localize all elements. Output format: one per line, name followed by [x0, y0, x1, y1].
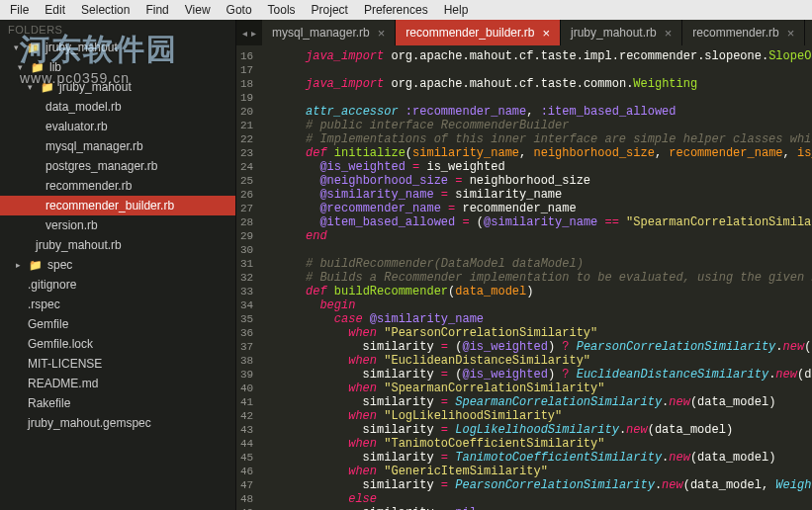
code-line: @is_weighted = is_weighted — [277, 160, 812, 174]
folder-label: jruby_mahout — [45, 40, 118, 55]
file-label: jruby_mahout.rb — [36, 237, 122, 253]
tab[interactable]: mysql_manager.rb× — [262, 20, 396, 45]
code-line: end — [277, 229, 812, 243]
code-line — [277, 243, 812, 257]
tab[interactable]: recommender.rb× — [682, 20, 805, 45]
folder-root[interactable]: ▾ 📁 jruby_mahout — [0, 38, 235, 57]
code-line: similarity = PearsonCorrelationSimilarit… — [277, 478, 812, 492]
code-line: @similarity_name = similarity_name — [277, 188, 812, 202]
tab[interactable]: recommender_builder.rb× — [396, 20, 561, 45]
code-line: else — [277, 492, 812, 506]
sidebar-heading: FOLDERS — [0, 22, 235, 38]
menu-view[interactable]: View — [179, 1, 217, 19]
file-item[interactable]: postgres_manager.rb — [0, 156, 235, 176]
code-content[interactable]: java_import org.apache.mahout.cf.taste.i… — [261, 45, 812, 510]
code-line: when "EuclideanDistanceSimilarity" — [277, 354, 812, 368]
close-icon[interactable]: × — [378, 26, 386, 41]
menubar: FileEditSelectionFindViewGotoToolsProjec… — [0, 0, 812, 20]
file-item[interactable]: Gemfile — [0, 314, 235, 334]
code-line: # Builds a Recommender implementation to… — [277, 271, 812, 285]
close-icon[interactable]: × — [787, 26, 795, 41]
code-line: case @similarity_name — [277, 312, 812, 326]
file-item[interactable]: jruby_mahout.gemspec — [0, 413, 235, 433]
code-line: when "PearsonCorrelationSimilarity" — [277, 326, 812, 340]
file-item[interactable]: .gitignore — [0, 275, 235, 295]
folder-icon: 📁 — [29, 257, 43, 273]
folder-icon: 📁 — [31, 59, 45, 75]
code-line: begin — [277, 298, 812, 312]
file-item[interactable]: README.md — [0, 374, 235, 393]
code-line: when "GenericItemSimilarity" — [277, 465, 812, 478]
tab[interactable]: jruby_mahout.rb× — [561, 20, 682, 45]
file-item[interactable]: MIT-LICENSE — [0, 354, 235, 374]
file-item[interactable]: evaluator.rb — [0, 117, 235, 136]
code-line: similarity = (@is_weighted) ? EuclideanD… — [277, 368, 812, 382]
menu-project[interactable]: Project — [306, 1, 354, 19]
code-line: attr_accessor :recommender_name, :item_b… — [277, 105, 812, 119]
tab-label: recommender_builder.rb — [406, 26, 534, 40]
editor-pane: ◂ ▸ mysql_manager.rb×recommender_builder… — [236, 20, 812, 510]
file-item[interactable]: jruby_mahout.rb — [0, 235, 235, 255]
code-line: when "LogLikelihoodSimilarity" — [277, 409, 812, 423]
code-line: similarity = SpearmanCorrelationSimilari… — [277, 395, 812, 409]
menu-file[interactable]: File — [4, 1, 35, 19]
code-line: @recommender_name = recommender_name — [277, 202, 812, 215]
code-editor[interactable]: 1617181920212223242526272829303132333435… — [236, 45, 812, 510]
folder-label: spec — [47, 257, 72, 273]
code-line: @item_based_allowed = (@similarity_name … — [277, 215, 812, 229]
close-icon[interactable]: × — [542, 26, 550, 41]
code-line: @neighborhood_size = neighborhood_size — [277, 174, 812, 188]
nav-right-icon[interactable]: ▸ — [251, 28, 256, 39]
file-item[interactable]: Rakefile — [0, 393, 235, 413]
code-line: similarity = (@is_weighted) ? PearsonCor… — [277, 340, 812, 354]
file-item[interactable]: recommender.rb — [0, 176, 235, 196]
file-item[interactable]: recommender_builder.rb — [0, 196, 235, 215]
menu-help[interactable]: Help — [438, 1, 475, 19]
folder-lib[interactable]: ▾ 📁 lib — [0, 57, 235, 77]
close-icon[interactable]: × — [665, 26, 673, 41]
folder-pkg[interactable]: ▾ 📁 jruby_mahout — [0, 77, 235, 97]
code-line: # public interface RecommenderBuilder — [277, 119, 812, 132]
folder-label: lib — [49, 59, 61, 75]
code-line — [277, 91, 812, 105]
folder-label: jruby_mahout — [59, 79, 132, 95]
code-line: java_import org.apache.mahout.cf.taste.i… — [277, 49, 812, 63]
code-line — [277, 63, 812, 77]
main: FOLDERS ▾ 📁 jruby_mahout ▾ 📁 lib ▾ 📁 jru… — [0, 20, 812, 510]
code-line: # Implementations of this inner interfac… — [277, 132, 812, 146]
file-item[interactable]: mysql_manager.rb — [0, 136, 235, 156]
menu-find[interactable]: Find — [139, 1, 174, 19]
menu-preferences[interactable]: Preferences — [358, 1, 434, 19]
menu-goto[interactable]: Goto — [221, 1, 258, 19]
menu-tools[interactable]: Tools — [262, 1, 302, 19]
tab-label: mysql_manager.rb — [272, 26, 370, 40]
file-item[interactable]: version.rb — [0, 215, 235, 235]
tab[interactable]: data_mode× — [805, 20, 812, 45]
tab-bar: ◂ ▸ mysql_manager.rb×recommender_builder… — [236, 20, 812, 45]
line-gutter: 1617181920212223242526272829303132333435… — [236, 45, 261, 510]
triangle-down-icon: ▾ — [18, 59, 26, 75]
file-item[interactable]: data_model.rb — [0, 97, 235, 117]
folder-spec[interactable]: ▸ 📁 spec — [0, 255, 235, 275]
folder-icon: 📁 — [41, 79, 54, 95]
tab-label: jruby_mahout.rb — [571, 26, 657, 40]
code-line: def initialize(similarity_name, neighbor… — [277, 146, 812, 160]
triangle-down-icon: ▾ — [14, 40, 22, 55]
code-line: java_import org.apache.mahout.cf.taste.c… — [277, 77, 812, 91]
nav-left-icon[interactable]: ◂ — [242, 28, 247, 39]
code-line: # buildRecommender(DataModel dataModel) — [277, 257, 812, 271]
code-line: similarity = nil — [277, 506, 812, 510]
tab-nav: ◂ ▸ — [236, 20, 262, 45]
menu-edit[interactable]: Edit — [39, 1, 71, 19]
code-line: similarity = TanimotoCoefficientSimilari… — [277, 451, 812, 465]
code-line: def buildRecommender(data_model) — [277, 285, 812, 298]
code-line: similarity = LogLikelihoodSimilarity.new… — [277, 423, 812, 437]
file-item[interactable]: .rspec — [0, 295, 235, 314]
file-item[interactable]: Gemfile.lock — [0, 334, 235, 354]
sidebar[interactable]: FOLDERS ▾ 📁 jruby_mahout ▾ 📁 lib ▾ 📁 jru… — [0, 20, 236, 510]
triangle-right-icon: ▸ — [16, 257, 24, 273]
folder-icon: 📁 — [27, 40, 41, 55]
menu-selection[interactable]: Selection — [75, 1, 135, 19]
code-line: when "SpearmanCorrelationSimilarity" — [277, 382, 812, 395]
tab-label: recommender.rb — [692, 26, 778, 40]
